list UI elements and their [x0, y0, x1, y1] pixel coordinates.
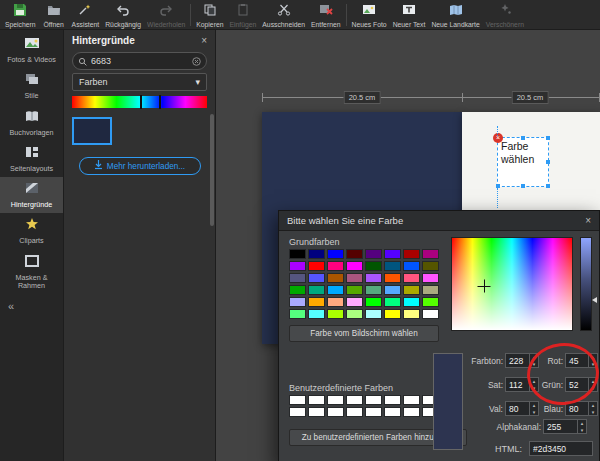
color-swatch[interactable]	[346, 285, 363, 295]
color-swatch[interactable]	[422, 273, 439, 283]
hue-saturation-square[interactable]	[451, 237, 573, 331]
search-clear-icon[interactable]	[192, 52, 201, 70]
download-more-button[interactable]: Mehr herunterladen...	[79, 157, 201, 175]
color-swatch[interactable]	[365, 273, 382, 283]
color-swatch[interactable]	[384, 407, 401, 417]
cut-button[interactable]: Ausschneiden	[259, 1, 308, 29]
resize-handle-bottom[interactable]	[521, 184, 525, 188]
text-frame[interactable]: Farbe wählen ×	[497, 137, 549, 187]
resize-handle-top[interactable]	[521, 136, 525, 140]
color-swatch[interactable]	[327, 273, 344, 283]
category-select[interactable]: Farben ▾	[72, 73, 207, 91]
sidebar-item-stile[interactable]: Stile	[0, 68, 63, 104]
color-swatch[interactable]	[365, 261, 382, 271]
color-swatch[interactable]	[403, 249, 420, 259]
sidebar-collapse-button[interactable]: «	[0, 294, 14, 312]
sidebar-item-cliparts[interactable]: Cliparts	[0, 213, 63, 249]
open-button[interactable]: Öffnen	[39, 1, 69, 29]
color-swatch[interactable]	[327, 249, 344, 259]
color-swatch[interactable]	[384, 395, 401, 405]
alpha-spinbox[interactable]: 255 ▴▾	[543, 419, 587, 434]
sidebar-item-seitenlayouts[interactable]: Seitenlayouts	[0, 141, 63, 177]
color-swatch[interactable]	[365, 407, 382, 417]
hue-selection-marker[interactable]	[140, 95, 162, 109]
color-swatch[interactable]	[422, 297, 439, 307]
color-swatch[interactable]	[327, 309, 344, 319]
sidebar-item-buchvorlagen[interactable]: Buchvorlagen	[0, 105, 63, 141]
color-swatch[interactable]	[327, 395, 344, 405]
color-swatch[interactable]	[346, 407, 363, 417]
color-swatch[interactable]	[308, 309, 325, 319]
color-swatch[interactable]	[422, 285, 439, 295]
spinner-arrows[interactable]: ▴▾	[529, 402, 538, 415]
color-swatch[interactable]	[308, 407, 325, 417]
color-swatch[interactable]	[403, 407, 420, 417]
color-swatch[interactable]	[384, 273, 401, 283]
resize-handle-top-right[interactable]	[546, 136, 550, 140]
color-swatch[interactable]	[327, 261, 344, 271]
new-text-button[interactable]: Neuer Text	[390, 1, 429, 29]
color-swatch[interactable]	[346, 297, 363, 307]
color-swatch[interactable]	[422, 309, 439, 319]
val-spinbox[interactable]: 80 ▴▾	[505, 401, 539, 416]
text-frame-content[interactable]: Farbe wählen	[501, 140, 545, 165]
color-swatch[interactable]	[308, 297, 325, 307]
color-swatch[interactable]	[346, 395, 363, 405]
color-swatch[interactable]	[308, 249, 325, 259]
color-swatch[interactable]	[289, 273, 306, 283]
pick-screen-color-button[interactable]: Farbe vom Bildschirm wählen	[289, 325, 439, 342]
color-swatch[interactable]	[346, 273, 363, 283]
color-swatch[interactable]	[403, 261, 420, 271]
color-swatch[interactable]	[365, 395, 382, 405]
dialog-close-icon[interactable]: ×	[585, 215, 591, 226]
sidebar-item-fotos-videos[interactable]: Fotos & Videos	[0, 32, 63, 68]
beautify-button[interactable]: Verschönern	[483, 1, 527, 29]
undo-button[interactable]: Rückgängig	[102, 1, 144, 29]
selected-background-swatch[interactable]	[72, 117, 112, 145]
color-swatch[interactable]	[327, 297, 344, 307]
resize-handle-right[interactable]	[546, 160, 550, 164]
color-swatch[interactable]	[289, 297, 306, 307]
color-swatch[interactable]	[365, 249, 382, 259]
panel-close-icon[interactable]: ×	[201, 35, 207, 46]
delete-handle-icon[interactable]: ×	[493, 133, 503, 143]
color-swatch[interactable]	[289, 261, 306, 271]
spinner-arrows[interactable]: ▴▾	[577, 420, 586, 433]
assistant-button[interactable]: Assistent	[69, 1, 103, 29]
color-swatch[interactable]	[384, 261, 401, 271]
color-swatch[interactable]	[308, 261, 325, 271]
color-swatch[interactable]	[384, 249, 401, 259]
color-swatch[interactable]	[403, 395, 420, 405]
color-swatch[interactable]	[403, 285, 420, 295]
color-swatch[interactable]	[384, 285, 401, 295]
paste-button[interactable]: Einfügen	[226, 1, 259, 29]
html-color-input[interactable]	[529, 441, 593, 456]
sidebar-item-hintergruende[interactable]: Hintergründe	[0, 177, 63, 213]
color-swatch[interactable]	[289, 249, 306, 259]
spinner-arrows[interactable]: ▴▾	[588, 402, 597, 415]
color-swatch[interactable]	[365, 297, 382, 307]
redo-button[interactable]: Wiederholen	[144, 1, 188, 29]
resize-handle-bottom-right[interactable]	[546, 184, 550, 188]
panel-scrollbar[interactable]	[210, 114, 214, 226]
color-swatch[interactable]	[289, 309, 306, 319]
search-input[interactable]	[91, 56, 188, 66]
color-swatch[interactable]	[289, 407, 306, 417]
remove-button[interactable]: Entfernen	[308, 1, 343, 29]
color-swatch[interactable]	[327, 285, 344, 295]
color-swatch[interactable]	[403, 309, 420, 319]
color-swatch[interactable]	[384, 297, 401, 307]
color-swatch[interactable]	[308, 395, 325, 405]
save-button[interactable]: Speichern	[2, 1, 39, 29]
dialog-title-bar[interactable]: Bitte wählen Sie eine Farbe ×	[279, 211, 599, 231]
color-swatch[interactable]	[365, 309, 382, 319]
color-swatch[interactable]	[308, 273, 325, 283]
color-swatch[interactable]	[327, 407, 344, 417]
color-swatch[interactable]	[308, 285, 325, 295]
color-swatch[interactable]	[365, 285, 382, 295]
new-map-button[interactable]: Neue Landkarte	[428, 1, 482, 29]
color-swatch[interactable]	[403, 297, 420, 307]
color-swatch[interactable]	[346, 309, 363, 319]
value-slider-marker[interactable]	[592, 297, 597, 303]
color-swatch[interactable]	[422, 261, 439, 271]
